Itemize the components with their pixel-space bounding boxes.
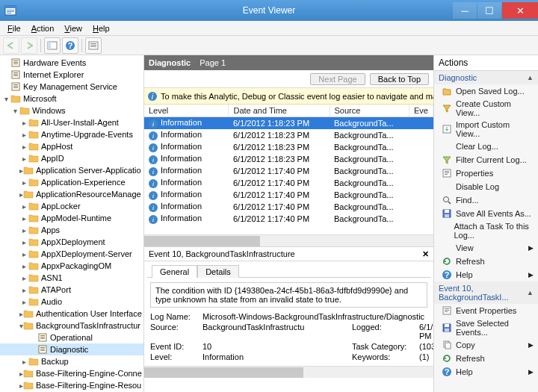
tree-item[interactable]: Key Management Service [0, 81, 143, 93]
event-row[interactable]: iInformation6/1/2012 1:18:23 PMBackgroun… [144, 129, 433, 141]
tree-item-label: AppModel-Runtime [41, 214, 111, 223]
tree-item[interactable]: ▸All-User-Install-Agent [0, 116, 143, 128]
action-item[interactable]: Attach a Task To this Log... [434, 220, 538, 241]
menu-help[interactable]: Help [88, 23, 114, 34]
tree-item[interactable]: Internet Explorer [0, 69, 143, 81]
tree-toggle-icon[interactable]: ▸ [19, 202, 28, 211]
tree-item[interactable]: ▸Base-Filtering-Engine-Conne [0, 367, 143, 379]
action-item[interactable]: View▶ [434, 241, 538, 255]
tab-general[interactable]: General [152, 265, 197, 278]
help-button[interactable]: ? [62, 37, 78, 54]
tree-toggle-icon[interactable]: ▸ [19, 250, 28, 258]
tab-details[interactable]: Details [197, 265, 239, 278]
col-date[interactable]: Date and Time [229, 105, 330, 117]
action-item[interactable]: Save All Events As... [434, 207, 538, 220]
event-row[interactable]: iInformation6/1/2012 1:18:23 PMBackgroun… [144, 141, 433, 153]
tree-item[interactable]: ▸ATAPort [0, 284, 143, 296]
detail-close-icon[interactable]: ✕ [422, 249, 429, 259]
detail-hscroll[interactable] [144, 366, 433, 378]
tree-item[interactable]: ▸AppXDeployment [0, 236, 143, 248]
tree-item[interactable]: ▸ASN1 [0, 272, 143, 284]
tree-toggle-icon[interactable]: ▸ [19, 286, 28, 294]
toolbar-icon-2[interactable] [85, 37, 102, 54]
grid-hscroll[interactable] [144, 234, 433, 246]
nav-tree[interactable]: Hardware EventsInternet ExplorerKey Mana… [0, 55, 144, 392]
action-item[interactable]: Properties [434, 167, 538, 180]
action-item[interactable]: ?Help▶ [434, 268, 538, 281]
tree-toggle-icon[interactable]: ▸ [19, 238, 28, 246]
col-level[interactable]: Level [144, 105, 229, 117]
action-item[interactable]: Copy▶ [434, 338, 538, 352]
tree-item[interactable]: Hardware Events [0, 57, 143, 69]
tree-item[interactable]: ▸AppID [0, 152, 143, 164]
tree-item[interactable]: ▸ApplicationResourceManage [0, 188, 143, 200]
close-button[interactable]: ✕ [502, 2, 538, 19]
event-row[interactable]: iInformation6/1/2012 1:17:40 PMBackgroun… [144, 201, 433, 213]
action-item[interactable]: Refresh [434, 255, 538, 268]
tree-toggle-icon[interactable]: ▸ [19, 298, 28, 306]
tree-item[interactable]: Diagnostic [0, 343, 143, 355]
keywords-label: Keywords: [352, 352, 419, 361]
tree-item[interactable]: ▸Authentication User Interface [0, 308, 143, 320]
tree-toggle-icon[interactable]: ▸ [19, 274, 28, 282]
tree-toggle-icon[interactable]: ▸ [19, 155, 28, 163]
tree-item[interactable]: ▸Backup [0, 355, 143, 367]
action-item[interactable]: Disable Log [434, 180, 538, 193]
tree-item[interactable]: ▸Audio [0, 296, 143, 308]
tree-toggle-icon[interactable]: ▸ [19, 143, 28, 151]
menu-action[interactable]: Action [27, 23, 59, 34]
tree-item[interactable]: ▸AppxPackagingOM [0, 260, 143, 272]
tree-item[interactable]: ▸AppXDeployment-Server [0, 248, 143, 260]
action-item[interactable]: Open Saved Log... [434, 84, 538, 98]
tree-item[interactable]: ▸Apps [0, 224, 143, 236]
action-item[interactable]: Create Custom View... [434, 98, 538, 119]
next-page-button[interactable]: Next Page [310, 73, 365, 85]
tree-item[interactable]: ▾Windows [0, 105, 143, 116]
tree-toggle-icon[interactable]: ▸ [19, 262, 28, 270]
event-row[interactable]: iInformation6/1/2012 1:18:23 PMBackgroun… [144, 117, 433, 130]
action-item[interactable]: Find... [434, 193, 538, 207]
minimize-button[interactable]: ─ [453, 2, 477, 19]
tree-item[interactable]: ▾BackgroundTaskInfrastructur [0, 320, 143, 332]
tree-item[interactable]: ▾Microsoft [0, 93, 143, 105]
col-source[interactable]: Source [330, 105, 409, 117]
event-row[interactable]: iInformation6/1/2012 1:17:40 PMBackgroun… [144, 213, 433, 225]
action-item[interactable]: Import Custom View... [434, 119, 538, 140]
event-grid[interactable]: Level Date and Time Source Eve iInformat… [144, 105, 433, 225]
tree-toggle-icon[interactable]: ▸ [19, 178, 28, 187]
toolbar-icon[interactable] [44, 37, 61, 54]
action-item[interactable]: Clear Log... [434, 140, 538, 153]
back-button[interactable] [3, 37, 19, 54]
action-item[interactable]: Refresh [434, 352, 538, 365]
tree-item[interactable]: ▸Application-Experience [0, 176, 143, 188]
tree-toggle-icon[interactable]: ▾ [10, 107, 19, 115]
tree-item[interactable]: ▸Anytime-Upgrade-Events [0, 128, 143, 140]
menu-view[interactable]: View [60, 23, 87, 34]
tree-toggle-icon[interactable]: ▸ [19, 358, 28, 366]
tree-item[interactable]: ▸Application Server-Applicatio [0, 164, 143, 176]
forward-button[interactable] [21, 37, 37, 54]
tree-toggle-icon[interactable]: ▾ [1, 95, 10, 103]
action-item[interactable]: Filter Current Log... [434, 153, 538, 167]
event-row[interactable]: iInformation6/1/2012 1:17:40 PMBackgroun… [144, 189, 433, 201]
event-row[interactable]: iInformation6/1/2012 1:17:40 PMBackgroun… [144, 165, 433, 177]
action-item[interactable]: Save Selected Events... [434, 317, 538, 338]
tree-item[interactable]: ▸Base-Filtering-Engine-Resou [0, 379, 143, 391]
tree-toggle-icon[interactable]: ▸ [19, 131, 28, 139]
menu-file[interactable]: File [3, 23, 25, 34]
tree-item[interactable]: ▸AppLocker [0, 200, 143, 212]
tree-item[interactable]: ▸AppModel-Runtime [0, 212, 143, 224]
action-item[interactable]: ?Help▶ [434, 365, 538, 379]
tree-item[interactable]: ▸AppHost [0, 140, 143, 152]
action-item[interactable]: Event Properties [434, 304, 538, 317]
tree-toggle-icon[interactable]: ▸ [19, 214, 28, 223]
tree-toggle-icon[interactable]: ▸ [19, 226, 28, 234]
tree-item[interactable]: Operational [0, 332, 143, 343]
maximize-button[interactable]: ☐ [477, 2, 501, 19]
source-value: BackgroundTaskInfrastructu [202, 323, 352, 340]
tree-toggle-icon[interactable]: ▸ [19, 119, 28, 127]
event-row[interactable]: iInformation6/1/2012 1:17:40 PMBackgroun… [144, 177, 433, 189]
col-eventid[interactable]: Eve [409, 105, 433, 117]
back-to-top-button[interactable]: Back to Top [370, 73, 429, 85]
event-row[interactable]: iInformation6/1/2012 1:18:23 PMBackgroun… [144, 153, 433, 165]
